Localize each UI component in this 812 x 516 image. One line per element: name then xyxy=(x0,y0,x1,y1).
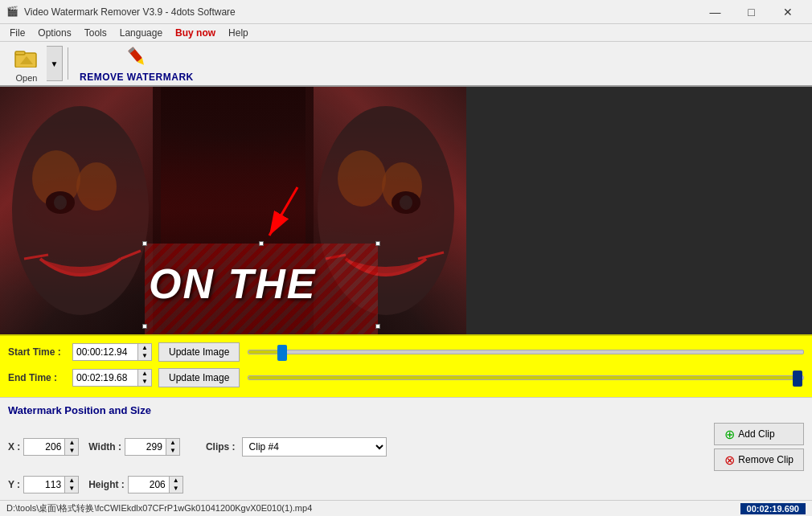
width-up[interactable]: ▲ xyxy=(166,439,179,447)
clips-label: Clips : xyxy=(206,441,236,453)
y-label: Y : xyxy=(8,479,20,490)
video-text-joker: JOKER xyxy=(169,328,329,334)
svg-rect-1 xyxy=(15,51,25,55)
remove-clip-button[interactable]: ⊗ Remove Clip xyxy=(714,448,804,471)
statusbar-time: 00:02:19.690 xyxy=(740,503,806,514)
start-time-slider-container xyxy=(248,350,804,354)
open-dropdown-button[interactable]: ▼ xyxy=(47,46,63,81)
handle-middle-left[interactable] xyxy=(142,324,147,329)
end-slider-fill xyxy=(248,376,798,379)
add-clip-label: Add Clip xyxy=(738,428,774,440)
x-label: X : xyxy=(8,441,20,453)
width-field: Width : ▲ ▼ xyxy=(88,438,180,456)
start-time-input-group: ▲ ▼ xyxy=(72,343,152,361)
end-time-up[interactable]: ▲ xyxy=(138,370,151,378)
svg-point-6 xyxy=(12,106,149,315)
height-down[interactable]: ▼ xyxy=(170,485,182,493)
remove-watermark-button[interactable]: REMOVE WATERMARK xyxy=(73,43,200,84)
end-update-image-button[interactable]: Update Image xyxy=(158,368,240,387)
close-button[interactable]: ✕ xyxy=(769,0,806,24)
add-clip-button[interactable]: ⊕ Add Clip xyxy=(714,423,804,445)
open-button[interactable]: Open xyxy=(6,43,47,84)
height-spinners: ▲ ▼ xyxy=(169,477,182,493)
height-up[interactable]: ▲ xyxy=(170,477,182,485)
x-down[interactable]: ▼ xyxy=(65,447,78,455)
svg-point-17 xyxy=(400,195,412,210)
x-up[interactable]: ▲ xyxy=(65,439,78,447)
start-time-slider-track xyxy=(248,350,804,354)
start-time-up[interactable]: ▲ xyxy=(138,344,151,352)
titlebar: 🎬 Video Watermark Remover V3.9 - 4dots S… xyxy=(0,0,812,24)
handle-middle-right[interactable] xyxy=(375,324,380,329)
remove-watermark-icon xyxy=(122,45,151,72)
end-time-label: End Time : xyxy=(8,372,72,383)
start-time-row: Start Time : ▲ ▼ Update Image xyxy=(8,341,804,363)
width-down[interactable]: ▼ xyxy=(166,447,179,455)
clips-dropdown[interactable]: Clip #1 Clip #2 Clip #3 Clip #4 xyxy=(242,437,387,457)
x-input[interactable] xyxy=(24,439,64,455)
x-position-field: X : ▲ ▼ xyxy=(8,438,79,456)
face-left xyxy=(0,87,161,334)
statusbar-path: D:\tools\桌面\格式转换\fcCWIEkdlx07CFrP1wGk010… xyxy=(6,502,740,514)
open-icon xyxy=(14,45,39,72)
y-position-field: Y : ▲ ▼ xyxy=(8,476,79,493)
height-input[interactable] xyxy=(129,477,169,493)
end-time-down[interactable]: ▼ xyxy=(138,378,151,386)
main-area: ON THE JOKER xyxy=(0,87,812,500)
height-input-group: ▲ ▼ xyxy=(128,476,183,493)
y-down[interactable]: ▼ xyxy=(65,485,78,493)
width-input[interactable] xyxy=(125,439,166,455)
watermark-section-title: Watermark Position and Size xyxy=(8,404,804,416)
end-time-slider-track xyxy=(248,375,804,380)
add-clip-icon: ⊕ xyxy=(724,427,735,442)
remove-clip-label: Remove Clip xyxy=(738,454,794,465)
video-preview: ON THE JOKER xyxy=(0,87,466,334)
menu-tools[interactable]: Tools xyxy=(78,26,113,40)
width-spinners: ▲ ▼ xyxy=(166,439,179,455)
app-icon: 🎬 xyxy=(6,6,19,18)
end-time-spinners: ▲ ▼ xyxy=(137,370,151,386)
handle-top-right[interactable] xyxy=(375,241,380,246)
bottom-controls: Watermark Position and Size X : ▲ ▼ Widt… xyxy=(0,397,812,500)
remove-watermark-label: REMOVE WATERMARK xyxy=(80,72,194,83)
start-time-label: Start Time : xyxy=(8,346,72,358)
menu-help[interactable]: Help xyxy=(222,26,255,40)
menu-language[interactable]: Language xyxy=(113,26,169,40)
video-text-on-the: ON THE xyxy=(149,260,316,308)
y-input[interactable] xyxy=(24,477,64,493)
menu-options[interactable]: Options xyxy=(31,26,77,40)
menubar: File Options Tools Language Buy now Help xyxy=(0,24,812,42)
content-row: ON THE JOKER xyxy=(0,87,812,334)
pointer-arrow xyxy=(257,183,306,248)
window-title: Video Watermark Remover V3.9 - 4dots Sof… xyxy=(24,6,697,18)
svg-point-10 xyxy=(54,195,67,210)
right-panel xyxy=(466,87,812,334)
height-label: Height : xyxy=(88,479,125,490)
minimize-button[interactable]: — xyxy=(697,0,733,24)
toolbar: Open ▼ REMOVE WATERMARK xyxy=(0,42,812,87)
end-time-input-group: ▲ ▼ xyxy=(72,369,152,387)
menu-file[interactable]: File xyxy=(3,26,31,40)
start-time-slider-thumb[interactable] xyxy=(277,345,287,361)
menu-buynow[interactable]: Buy now xyxy=(169,26,222,40)
maximize-button[interactable]: □ xyxy=(733,0,769,24)
svg-point-8 xyxy=(76,162,117,211)
window-controls: — □ ✕ xyxy=(697,0,806,24)
end-time-slider-thumb[interactable] xyxy=(793,371,802,387)
start-time-spinners: ▲ ▼ xyxy=(137,344,151,360)
toolbar-separator xyxy=(68,47,68,80)
y-input-group: ▲ ▼ xyxy=(23,476,79,493)
start-update-image-button[interactable]: Update Image xyxy=(158,342,240,362)
remove-clip-icon: ⊗ xyxy=(724,453,735,468)
x-input-group: ▲ ▼ xyxy=(23,438,79,456)
handle-top-left[interactable] xyxy=(142,241,147,246)
height-field: Height : ▲ ▼ xyxy=(88,476,183,493)
start-time-input[interactable] xyxy=(73,344,137,360)
y-spinners: ▲ ▼ xyxy=(64,477,78,493)
x-spinners: ▲ ▼ xyxy=(64,439,78,455)
y-up[interactable]: ▲ xyxy=(65,477,78,485)
start-time-down[interactable]: ▼ xyxy=(138,352,151,360)
video-background: ON THE JOKER xyxy=(0,87,466,334)
end-time-input[interactable] xyxy=(73,370,137,386)
svg-line-21 xyxy=(269,187,297,235)
